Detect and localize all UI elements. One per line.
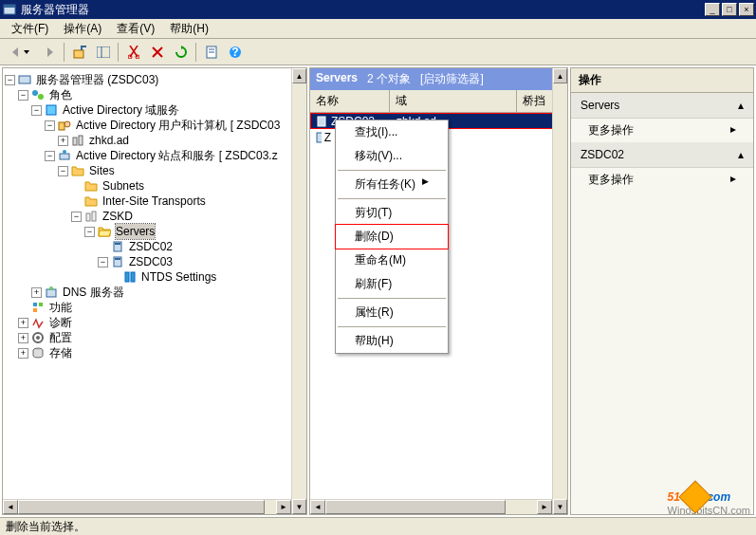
- context-menu: 查找(I)... 移动(V)... 所有任务(K)▶ 剪切(T) 删除(D) 重…: [335, 120, 449, 354]
- svg-rect-16: [59, 122, 65, 130]
- list-vscroll[interactable]: ▲▼: [552, 68, 567, 514]
- tree-roles[interactable]: −角色: [5, 87, 306, 102]
- tree-zhkd[interactable]: +zhkd.ad: [5, 133, 306, 148]
- tree-zskd[interactable]: −ZSKD: [5, 209, 306, 224]
- ctx-find[interactable]: 查找(I)...: [336, 120, 448, 144]
- list-hscroll[interactable]: ◄►: [310, 499, 552, 514]
- actions-more-1[interactable]: 更多操作▸: [571, 119, 753, 142]
- column-headers[interactable]: 名称 域 桥挡: [310, 90, 567, 113]
- tree-zsdc02[interactable]: ZSDC02: [5, 239, 306, 254]
- tree-ist[interactable]: Inter-Site Transports: [5, 194, 306, 209]
- svg-rect-19: [79, 136, 83, 145]
- tree-servers[interactable]: −Servers: [5, 224, 306, 239]
- dns-icon: [44, 285, 59, 300]
- svg-rect-29: [131, 272, 135, 282]
- minimize-button[interactable]: _: [705, 3, 720, 16]
- tree-hscroll[interactable]: ◄►: [3, 499, 291, 514]
- tree-dns[interactable]: +DNS 服务器: [5, 285, 306, 300]
- ctx-rename[interactable]: 重命名(M): [336, 249, 448, 272]
- svg-rect-25: [115, 243, 120, 245]
- server-manager-icon: [17, 72, 32, 87]
- tree-root[interactable]: −服务器管理器 (ZSDC03): [5, 72, 306, 87]
- show-hide-button[interactable]: [92, 42, 114, 63]
- ctx-refresh[interactable]: 刷新(F): [336, 272, 448, 296]
- folder-icon: [83, 194, 99, 209]
- tree-func[interactable]: 功能: [5, 300, 306, 315]
- svg-rect-18: [73, 138, 77, 145]
- ad-icon: [44, 102, 59, 118]
- storage-icon: [30, 345, 46, 360]
- collapse-icon: ▴: [738, 99, 744, 112]
- menubar: 文件(F) 操作(A) 查看(V) 帮助(H): [0, 19, 756, 39]
- server-icon: [110, 254, 125, 269]
- tree-pane: −服务器管理器 (ZSDC03) −角色 −Active Directory 域…: [2, 67, 307, 515]
- domain-icon: [70, 133, 85, 148]
- submenu-icon: ▸: [730, 122, 736, 138]
- actions-section-zsdc02[interactable]: ZSDC02▴: [571, 142, 753, 168]
- svg-rect-12: [19, 76, 30, 83]
- tree-adss[interactable]: −Active Directory 站点和服务 [ ZSDC03.z: [5, 148, 306, 163]
- col-domain[interactable]: 域: [390, 90, 517, 112]
- tree-config[interactable]: +配置: [5, 330, 306, 345]
- server-icon: [110, 239, 125, 254]
- svg-rect-33: [39, 303, 43, 306]
- col-name[interactable]: 名称: [310, 90, 390, 112]
- cut-button[interactable]: [122, 42, 144, 63]
- actions-more-2[interactable]: 更多操作▸: [571, 168, 753, 192]
- svg-point-13: [32, 90, 38, 96]
- aduc-icon: [57, 118, 72, 133]
- svg-rect-2: [74, 50, 83, 58]
- ctx-delete[interactable]: 删除(D): [335, 224, 449, 249]
- config-icon: [30, 330, 46, 345]
- ctx-properties[interactable]: 属性(R): [336, 301, 448, 324]
- tree-sites[interactable]: −Sites: [5, 163, 306, 178]
- actions-section-servers[interactable]: Servers▴: [571, 93, 753, 119]
- actions-pane: 操作 Servers▴ 更多操作▸ ZSDC02▴ 更多操作▸: [570, 67, 754, 515]
- forward-button[interactable]: [38, 42, 60, 63]
- svg-text:?: ?: [231, 46, 238, 59]
- menu-action[interactable]: 操作(A): [56, 19, 109, 39]
- back-button[interactable]: [4, 42, 36, 63]
- ctx-cut[interactable]: 剪切(T): [336, 201, 448, 225]
- refresh-button[interactable]: [170, 42, 192, 63]
- svg-rect-20: [60, 154, 69, 159]
- menu-help[interactable]: 帮助(H): [162, 19, 216, 39]
- submenu-icon: ▸: [730, 172, 736, 188]
- tree-ntds[interactable]: NTDS Settings: [5, 269, 306, 285]
- svg-rect-27: [115, 258, 120, 260]
- ctx-help[interactable]: 帮助(H): [336, 329, 448, 353]
- close-button[interactable]: ×: [739, 3, 754, 16]
- tree-subnets[interactable]: Subnets: [5, 178, 306, 194]
- tree-diag[interactable]: +诊断: [5, 315, 306, 330]
- svg-rect-39: [317, 133, 322, 142]
- help-button[interactable]: ?: [224, 42, 246, 63]
- tree-aduc[interactable]: −Active Directory 用户和计算机 [ ZSDC03: [5, 118, 306, 133]
- svg-rect-32: [33, 303, 37, 306]
- properties-button[interactable]: [200, 42, 222, 63]
- svg-point-36: [36, 336, 40, 340]
- svg-point-14: [38, 94, 44, 100]
- folder-open-icon: [97, 224, 112, 239]
- ctx-move[interactable]: 移动(V)...: [336, 144, 448, 168]
- tree-vscroll[interactable]: ▲▼: [291, 68, 306, 514]
- delete-button[interactable]: [146, 42, 168, 63]
- diag-icon: [30, 315, 46, 330]
- menu-file[interactable]: 文件(F): [4, 19, 56, 39]
- tree-adds[interactable]: −Active Directory 域服务: [5, 102, 306, 118]
- svg-rect-30: [46, 289, 56, 297]
- app-icon: [2, 2, 17, 17]
- up-button[interactable]: [68, 42, 90, 63]
- status-text: 删除当前选择。: [6, 519, 85, 535]
- menu-view[interactable]: 查看(V): [109, 19, 162, 39]
- site-icon: [83, 209, 99, 224]
- list-header: Servers 2 个对象 [启动筛选器]: [310, 68, 567, 90]
- tree-storage[interactable]: +存储: [5, 345, 306, 360]
- tree-zsdc03[interactable]: −ZSDC03: [5, 254, 306, 269]
- ctx-alltasks[interactable]: 所有任务(K)▶: [336, 173, 448, 196]
- svg-rect-40: [679, 481, 711, 513]
- list-filter[interactable]: [启动筛选器]: [420, 71, 484, 87]
- svg-rect-38: [318, 117, 325, 126]
- svg-point-31: [49, 286, 53, 290]
- maximize-button[interactable]: □: [722, 3, 737, 16]
- collapse-icon: ▴: [738, 148, 744, 161]
